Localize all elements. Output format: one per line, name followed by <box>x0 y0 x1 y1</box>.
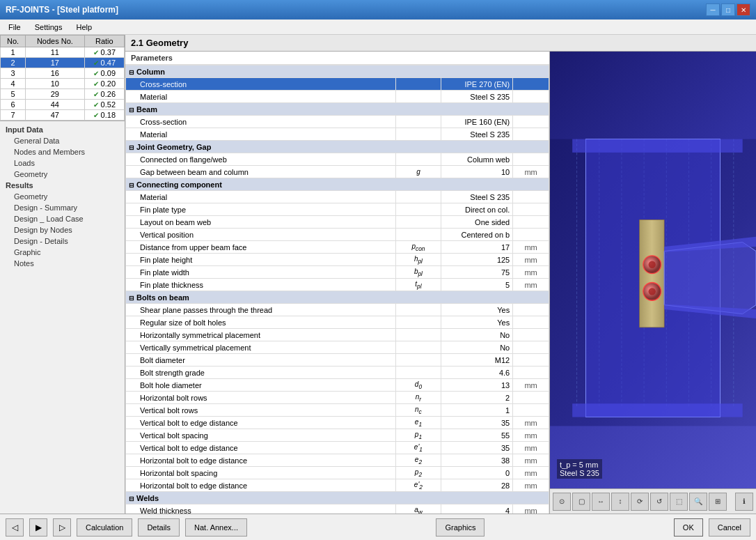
params-section-header[interactable]: ⊟Connecting component <box>126 178 549 191</box>
close-button[interactable]: ✕ <box>737 3 750 16</box>
param-symbol <box>396 203 441 216</box>
param-label: Material <box>126 191 396 203</box>
vp-btn-1[interactable]: ⊙ <box>553 493 571 511</box>
vp-btn-info[interactable]: ℹ <box>735 493 753 511</box>
param-unit: mm <box>513 417 549 429</box>
params-row: Vertical bolt rows nc 1 <box>126 404 549 417</box>
param-unit: mm <box>513 166 549 178</box>
nav-design-summary[interactable]: Design - Summary <box>0 202 125 213</box>
param-unit: mm <box>513 454 549 467</box>
param-label: Material <box>126 91 396 103</box>
menu-settings[interactable]: Settings <box>29 22 68 33</box>
param-value: 125 <box>441 254 512 266</box>
nav-graphic[interactable]: Graphic <box>0 247 125 258</box>
params-row: Horizontal bolt rows nr 2 <box>126 392 549 404</box>
nav-loads[interactable]: Loads <box>0 157 125 169</box>
nav-general-data[interactable]: General Data <box>0 135 125 146</box>
param-value: 35 <box>441 417 512 429</box>
param-unit <box>513 329 549 341</box>
icon-btn-forward[interactable]: ▷ <box>53 518 71 537</box>
vp-btn-6[interactable]: ↺ <box>650 493 668 511</box>
minimize-button[interactable]: ─ <box>706 3 720 16</box>
table-row[interactable]: 3 16 ✔ 0.09 <box>1 68 125 79</box>
param-symbol <box>396 91 441 103</box>
param-unit <box>513 354 549 367</box>
nav-notes[interactable]: Notes <box>0 258 125 269</box>
param-symbol <box>396 329 441 341</box>
params-section-header[interactable]: ⊟Welds <box>126 492 549 504</box>
param-unit: mm <box>513 467 549 479</box>
param-value: 17 <box>441 241 512 254</box>
param-label: Weld thickness <box>126 504 396 514</box>
nav-design-nodes[interactable]: Design by Nodes <box>0 224 125 236</box>
params-row: Cross-section IPE 160 (EN) <box>126 116 549 128</box>
param-unit: mm <box>513 429 549 442</box>
table-row[interactable]: 7 47 ✔ 0.18 <box>1 110 125 121</box>
param-symbol <box>396 341 441 354</box>
cell-nodes: 17 <box>26 58 84 68</box>
param-symbol <box>396 153 441 166</box>
param-label: Connected on flange/web <box>126 153 396 166</box>
expand-icon: ⊟ <box>129 144 134 151</box>
table-row[interactable]: 5 29 ✔ 0.26 <box>1 89 125 100</box>
icon-btn-back[interactable]: ◁ <box>6 518 24 537</box>
param-value: 5 <box>441 279 512 291</box>
section-label: ⊟Joint Geometry, Gap <box>126 141 549 153</box>
param-label: Horizontally symmetrical placement <box>126 329 396 341</box>
params-row: Regular size of bolt holes Yes <box>126 316 549 329</box>
vp-btn-5[interactable]: ⟳ <box>631 493 649 511</box>
params-row: Vertically symmetrical placement No <box>126 341 549 354</box>
maximize-button[interactable]: □ <box>721 3 735 16</box>
table-row[interactable]: 1 11 ✔ 0.37 <box>1 47 125 58</box>
param-symbol: e'1 <box>396 442 441 454</box>
nav-design-load-case[interactable]: Design _ Load Case <box>0 213 125 224</box>
params-row: Vertical bolt to edge distance e1 35 mm <box>126 417 549 429</box>
params-section-header[interactable]: ⊟Column <box>126 65 549 78</box>
nav-input-data-header[interactable]: Input Data <box>0 124 125 135</box>
vp-btn-2[interactable]: ▢ <box>572 493 590 511</box>
nav-geometry-result[interactable]: Geometry <box>0 191 125 202</box>
nat-annex-button[interactable]: Nat. Annex... <box>185 518 247 537</box>
graphics-button[interactable]: Graphics <box>436 518 485 537</box>
menu-help[interactable]: Help <box>70 22 97 33</box>
ok-button[interactable]: OK <box>674 518 703 537</box>
vp-btn-8[interactable]: 🔍 <box>689 493 707 511</box>
params-section-header[interactable]: ⊟Bolts on beam <box>126 291 549 304</box>
nav-geometry-input[interactable]: Geometry <box>0 169 125 180</box>
param-label: Material <box>126 128 396 141</box>
cell-nodes: 29 <box>26 89 84 100</box>
params-section-header[interactable]: ⊟Joint Geometry, Gap <box>126 141 549 153</box>
col-nodes: Nodes No. <box>26 36 84 47</box>
icon-btn-play[interactable]: ▶ <box>29 518 47 537</box>
details-button[interactable]: Details <box>138 518 180 537</box>
vp-btn-9[interactable]: ⊞ <box>709 493 727 511</box>
param-unit <box>513 153 549 166</box>
cancel-button[interactable]: Cancel <box>709 518 750 537</box>
menu-file[interactable]: File <box>3 22 26 33</box>
title-bar: RF-JOINTS - [Steel platform] ─ □ ✕ <box>0 0 756 20</box>
param-symbol: p1 <box>396 429 441 442</box>
main-container: No. Nodes No. Ratio 1 11 ✔ 0.37 2 17 ✔ 0… <box>0 35 756 514</box>
vp-btn-7[interactable]: ⬚ <box>670 493 688 511</box>
param-unit: mm <box>513 479 549 492</box>
param-symbol: tpl <box>396 279 441 291</box>
nav-design-details[interactable]: Design - Details <box>0 236 125 247</box>
col-no: No. <box>1 36 26 47</box>
col-ratio: Ratio <box>84 36 124 47</box>
params-section-header[interactable]: ⊟Beam <box>126 103 549 116</box>
vp-btn-4[interactable]: ↕ <box>611 493 629 511</box>
nav-nodes-members[interactable]: Nodes and Members <box>0 146 125 157</box>
vp-btn-3[interactable]: ↔ <box>592 493 610 511</box>
table-row[interactable]: 2 17 ✔ 0.47 <box>1 58 125 68</box>
param-label: Fin plate width <box>126 266 396 279</box>
param-label: Horizontal bolt rows <box>126 392 396 404</box>
nav-results-header[interactable]: Results <box>0 180 125 191</box>
viewport-toolbar: ⊙ ▢ ↔ ↕ ⟳ ↺ ⬚ 🔍 ⊞ ℹ <box>550 488 756 514</box>
param-value: 2 <box>441 392 512 404</box>
table-row[interactable]: 6 44 ✔ 0.52 <box>1 100 125 110</box>
svg-rect-11 <box>572 139 743 153</box>
calculation-button[interactable]: Calculation <box>77 518 132 537</box>
table-row[interactable]: 4 10 ✔ 0.20 <box>1 79 125 89</box>
param-value: Steel S 235 <box>441 91 512 103</box>
param-value: M12 <box>441 354 512 367</box>
